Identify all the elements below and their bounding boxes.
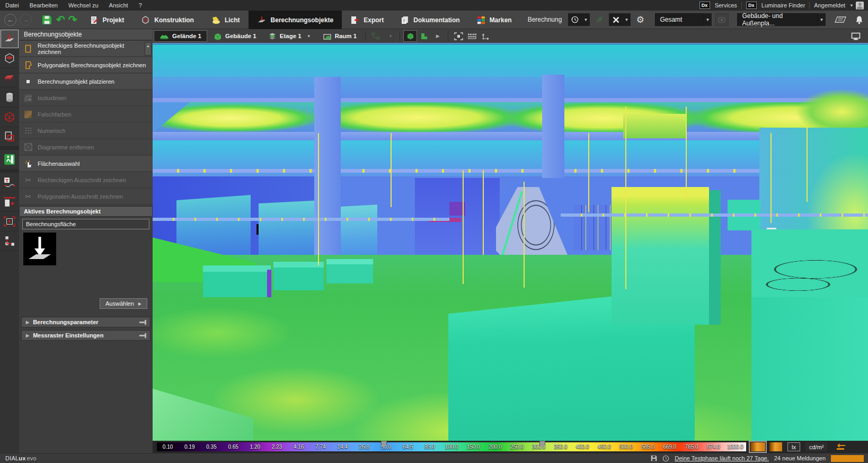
eco-leaf-icon[interactable] <box>593 13 606 26</box>
text-curve-icon: T <box>3 176 16 188</box>
view-more-caret[interactable]: ▶ <box>431 30 445 42</box>
rail-hierarchy-tool[interactable] <box>0 232 19 251</box>
avatar[interactable] <box>856 2 864 10</box>
rail-escape-sign-tool[interactable] <box>0 150 19 170</box>
tool-false-colors[interactable]: Falschfarben <box>19 106 153 122</box>
messages-progress-bar[interactable] <box>831 455 864 462</box>
account-menu[interactable]: Angemeldet ▼ <box>810 0 868 11</box>
tab-marken[interactable]: Marken <box>468 11 520 29</box>
cancel-dropdown[interactable]: ▼ <box>623 13 631 26</box>
planning-mode-caret[interactable]: ▼ <box>818 13 826 26</box>
gear-icon[interactable]: ⚙ <box>634 13 646 26</box>
redo-icon[interactable]: ↷ <box>68 15 77 24</box>
section-messraster[interactable]: ▶ Messraster Einstellungen <box>21 330 150 341</box>
rail-column-add-tool[interactable] <box>0 192 19 212</box>
menu-datei[interactable]: Datei <box>0 0 24 11</box>
display-mode-button[interactable] <box>849 30 863 42</box>
section-berechnungsparameter[interactable]: ▶ Berechnungsparameter <box>21 317 150 327</box>
rail-text-path-tool[interactable]: T <box>0 173 19 192</box>
tool-isolux-lines[interactable]: Isoluxlinien <box>19 90 153 105</box>
breadcrumb-room[interactable]: Raum 1 <box>317 30 362 42</box>
rail-calc-objects-tool[interactable] <box>0 29 19 49</box>
rail-column-tool[interactable] <box>0 88 19 108</box>
wire-cube-icon <box>4 111 15 123</box>
clock-icon <box>662 455 669 462</box>
tool-draw-rect-cutout[interactable]: ✂ Rechteckigen Ausschnitt zeichnen <box>19 172 153 188</box>
trial-link[interactable]: Deine Testphase läuft noch 27 Tage. <box>675 455 769 461</box>
zoom-fit-button[interactable] <box>451 30 465 42</box>
swap-scale-icon[interactable] <box>835 443 846 451</box>
breadcrumb-building[interactable]: Gebäude 1 <box>208 30 262 42</box>
bell-icon[interactable] <box>855 15 863 24</box>
menu-wechsel-zu[interactable]: Wechsel zu <box>63 0 104 11</box>
back-button[interactable]: ← <box>4 14 16 26</box>
save-icon[interactable] <box>40 13 53 26</box>
menu-help[interactable]: ? <box>134 0 147 11</box>
rail-frame-add-tool[interactable] <box>0 212 19 232</box>
scale-value-label: 26.8 <box>353 442 375 451</box>
falsecolor-style-2-button[interactable] <box>769 442 782 451</box>
tool-draw-rect-calc-object[interactable]: Rechteckiges Berechnungsobjekt zeichnen <box>19 41 153 56</box>
cancel-calculation-button[interactable] <box>609 13 623 26</box>
render-viewport[interactable] <box>153 43 868 441</box>
tool-label: Isoluxlinien <box>38 95 66 101</box>
view-plan-button[interactable] <box>417 30 431 42</box>
sub-structure-button[interactable] <box>369 30 383 42</box>
cube-3d-icon <box>406 32 414 40</box>
messages-count[interactable]: 24 neue Meldungen <box>774 455 826 461</box>
breadcrumb-floor[interactable]: Etage 1 ▼ <box>263 30 316 42</box>
tab-export[interactable]: Export <box>342 11 392 29</box>
menu-bearbeiten[interactable]: Bearbeiten <box>24 0 63 11</box>
falsecolor-style-1-button[interactable] <box>750 442 765 451</box>
breadcrumb-site[interactable]: Gelände 1 <box>154 30 207 42</box>
rail-room-tool[interactable] <box>0 49 19 68</box>
scope-extra-button[interactable] <box>715 13 729 26</box>
scope-select-caret[interactable]: ▼ <box>704 13 712 26</box>
planning-mode-select[interactable]: Gebäude- und Außenpla... <box>737 13 818 26</box>
status-bar: DIALuxevo Deine Testphase läuft noch 27 … <box>0 453 868 463</box>
start-calculation-button[interactable] <box>568 13 582 26</box>
tab-label: Marken <box>490 16 512 24</box>
tool-label: Numerisch <box>38 128 66 134</box>
unit-luminance-button[interactable]: cd/m² <box>805 442 828 451</box>
forward-button[interactable]: → <box>20 14 32 26</box>
view-3d-button[interactable] <box>403 30 417 42</box>
chevron-down-icon: ▼ <box>849 3 854 8</box>
tab-konstruktion[interactable]: Konstruktion <box>132 11 202 29</box>
scale-value-label: 1.20 <box>244 442 266 451</box>
tab-label: Berechnungsobjekte <box>271 16 334 24</box>
sub-structure-caret[interactable]: ▼ <box>383 30 396 42</box>
active-object-name-field[interactable]: Berechnungsfläche <box>22 219 149 229</box>
choose-object-button[interactable]: Auswählen ▶ <box>100 298 147 309</box>
calculation-dropdown[interactable]: ▼ <box>582 13 590 26</box>
tab-dokumentation[interactable]: Dokumentation <box>392 11 468 29</box>
calc-surface-thumbnail[interactable] <box>23 233 56 265</box>
tool-draw-poly-cutout[interactable]: ✂ Polygonalen Ausschnitt zeichnen <box>19 189 153 204</box>
measure-button[interactable] <box>465 30 479 42</box>
undo-icon[interactable]: ↶ <box>56 15 65 24</box>
tool-numeric[interactable]: Numerisch <box>19 123 153 138</box>
tool-remove-diagrams[interactable]: Diagramme entfernen <box>19 139 153 155</box>
tab-berechnungsobjekte[interactable]: Berechnungsobjekte <box>249 11 342 29</box>
false-color-gradient[interactable]: 0.100.190.350.651.202.234.167.7414.426.8… <box>157 442 746 451</box>
unit-lux-button[interactable]: lx <box>787 442 800 451</box>
scene-pendant-10 <box>807 128 808 202</box>
scope-select[interactable]: Gesamt <box>655 13 704 26</box>
tool-surface-selection[interactable]: Flächenauswahl <box>19 156 153 171</box>
pin-icon[interactable] <box>139 322 146 323</box>
tab-label: Export <box>364 16 384 24</box>
services-button[interactable]: Dx Services <box>695 0 741 11</box>
luminaire-finder-button[interactable]: Dx Luminaire Finder <box>742 0 810 11</box>
pin-icon[interactable] <box>139 335 146 336</box>
rail-copy-tool[interactable] <box>0 127 19 147</box>
list-scroll-up[interactable]: ▲ <box>145 42 152 56</box>
tab-projekt[interactable]: Projekt <box>82 11 133 29</box>
move-axis-button[interactable] <box>479 30 493 42</box>
tool-draw-poly-calc-object[interactable]: Polygonales Berechnungsobjekt zeichnen <box>19 57 153 73</box>
tool-place-calc-object[interactable]: Berechnungsobjekt platzieren <box>19 74 153 89</box>
rail-furniture-tool[interactable] <box>0 68 19 88</box>
tab-licht[interactable]: Licht <box>202 11 249 29</box>
keypad-icon[interactable] <box>834 16 847 23</box>
rail-cutout-volume-tool[interactable] <box>0 108 19 127</box>
menu-ansicht[interactable]: Ansicht <box>104 0 134 11</box>
